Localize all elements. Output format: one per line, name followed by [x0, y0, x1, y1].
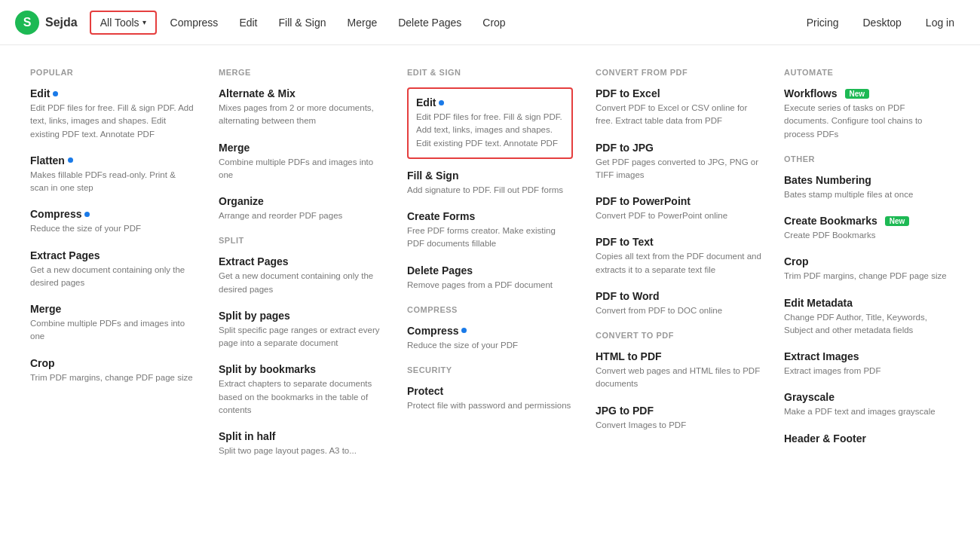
main-content: POPULAREditEdit PDF files for free. Fill…	[0, 45, 980, 493]
tool-name: PDF to Word	[596, 290, 761, 302]
tool-desc: Convert from PDF to DOC online	[596, 304, 761, 317]
tool-name: Crop	[30, 357, 196, 369]
tool-item[interactable]: Alternate & MixMixes pages from 2 or mor…	[219, 87, 384, 128]
tool-item[interactable]: PDF to WordConvert from PDF to DOC onlin…	[596, 290, 761, 317]
tool-item[interactable]: PDF to ExcelConvert PDF to Excel or CSV …	[596, 87, 761, 128]
section-header-sub: SPLIT	[219, 236, 384, 245]
tool-name: Bates Numbering	[784, 174, 950, 186]
tool-name: Protect	[407, 385, 573, 397]
tool-item[interactable]: CompressReduce the size of your PDF	[407, 325, 573, 352]
tool-item[interactable]: CropTrim PDF margins, change PDF page si…	[30, 357, 196, 384]
logo-link[interactable]: S Sejda	[15, 11, 78, 35]
tool-item[interactable]: ProtectProtect file with password and pe…	[407, 385, 573, 412]
tool-name: PDF to Excel	[596, 87, 761, 99]
column-merge: MERGEAlternate & MixMixes pages from 2 o…	[219, 68, 407, 471]
tool-desc: Get PDF pages converted to JPG, PNG or T…	[596, 156, 761, 182]
tool-item[interactable]: CropTrim PDF margins, change PDF page si…	[784, 255, 950, 283]
tool-desc: Change PDF Author, Title, Keywords, Subj…	[784, 311, 950, 338]
tool-item[interactable]: Header & Footer	[784, 432, 950, 445]
tool-item[interactable]: Split by bookmarksExtract chapters to se…	[219, 363, 384, 417]
tool-item[interactable]: PDF to PowerPointConvert PDF to PowerPoi…	[596, 195, 761, 222]
tool-item[interactable]: MergeCombine multiple PDFs and images in…	[219, 142, 384, 182]
tool-item[interactable]: Extract PagesGet a new document containi…	[219, 255, 384, 296]
nav-crop[interactable]: Crop	[472, 12, 516, 33]
tool-item[interactable]: PDF to TextCopies all text from the PDF …	[596, 236, 761, 277]
all-tools-dropdown[interactable]: All Tools ▾	[90, 11, 157, 35]
tool-desc: Convert PDF to Excel or CSV online for f…	[596, 102, 761, 128]
tool-name: Grayscale	[784, 391, 950, 403]
tool-item[interactable]: MergeCombine multiple PDFs and images in…	[30, 303, 196, 344]
tool-name: Header & Footer	[784, 432, 950, 445]
nav-login[interactable]: Log in	[915, 12, 965, 33]
nav-pricing[interactable]: Pricing	[796, 12, 850, 33]
tool-item[interactable]: Create BookmarksNewCreate PDF Bookmarks	[784, 215, 950, 242]
navbar: S Sejda All Tools ▾ Compress Edit Fill &…	[0, 0, 980, 45]
tool-name: Crop	[784, 255, 950, 267]
tool-item[interactable]: Fill & SignAdd signature to PDF. Fill ou…	[407, 170, 573, 197]
tool-item[interactable]: WorkflowsNewExecute series of tasks on P…	[784, 87, 950, 141]
tool-desc: Protect file with password and permissio…	[407, 399, 573, 412]
tool-item[interactable]: CompressReduce the size of your PDF	[30, 208, 196, 235]
tool-item[interactable]: EditEdit PDF files for free. Fill & sign…	[30, 87, 196, 141]
column-edit-sign: EDIT & SIGNEditEdit PDF files for free. …	[407, 68, 596, 471]
nav-delete-pages[interactable]: Delete Pages	[387, 12, 472, 33]
tool-name: JPG to PDF	[596, 405, 761, 417]
tool-name: Split by bookmarks	[219, 363, 384, 375]
tool-desc: Split two page layout pages. A3 to...	[219, 445, 384, 457]
tool-name: Delete Pages	[407, 264, 573, 277]
nav-right: Pricing Desktop Log in	[796, 12, 965, 33]
badge-new: New	[885, 216, 910, 226]
column-popular: POPULAREditEdit PDF files for free. Fill…	[30, 68, 219, 471]
tool-item[interactable]: Edit MetadataChange PDF Author, Title, K…	[784, 297, 950, 338]
tool-dot-icon	[439, 100, 444, 105]
tool-item[interactable]: GrayscaleMake a PDF text and images gray…	[784, 391, 950, 418]
tool-item[interactable]: FlattenMakes fillable PDFs read-only. Pr…	[30, 154, 196, 195]
tool-item[interactable]: PDF to JPGGet PDF pages converted to JPG…	[596, 142, 761, 182]
nav-edit[interactable]: Edit	[228, 12, 268, 33]
nav-compress[interactable]: Compress	[160, 12, 229, 33]
column-automate: AUTOMATEWorkflowsNewExecute series of ta…	[784, 68, 950, 471]
tool-desc: Edit PDF files for free. Fill & sign PDF…	[30, 102, 196, 141]
tool-desc: Split specific page ranges or extract ev…	[219, 324, 384, 350]
section-header-popular: POPULAR	[30, 68, 196, 77]
tool-item[interactable]: Extract ImagesExtract images from PDF	[784, 350, 950, 377]
tool-name: Edit Metadata	[784, 297, 950, 309]
section-header-edit-sign: EDIT & SIGN	[407, 68, 573, 77]
tool-item[interactable]: Split in halfSplit two page layout pages…	[219, 430, 384, 457]
section-header-sub: SECURITY	[407, 365, 573, 374]
tool-item[interactable]: Create FormsFree PDF forms creator. Make…	[407, 210, 573, 251]
tool-desc: Trim PDF margins, change PDF page size	[30, 371, 196, 384]
tool-desc: Arrange and reorder PDF pages	[219, 209, 384, 222]
nav-fill-sign[interactable]: Fill & Sign	[268, 12, 337, 33]
tool-item[interactable]: Delete PagesRemove pages from a PDF docu…	[407, 264, 573, 292]
tool-desc: Remove pages from a PDF document	[407, 279, 573, 292]
tool-dot-icon	[53, 91, 58, 96]
tool-name: Flatten	[30, 154, 196, 167]
tool-item[interactable]: HTML to PDFConvert web pages and HTML fi…	[596, 350, 761, 391]
tool-name: Extract Images	[784, 350, 950, 362]
logo-text: Sejda	[45, 16, 78, 29]
tool-item[interactable]: Split by pagesSplit specific page ranges…	[219, 310, 384, 350]
nav-merge[interactable]: Merge	[337, 12, 388, 33]
tool-name: Fill & Sign	[407, 170, 573, 182]
tool-item[interactable]: EditEdit PDF files for free. Fill & sign…	[407, 87, 573, 159]
tool-desc: Copies all text from the PDF document an…	[596, 250, 761, 277]
section-header-merge: MERGE	[219, 68, 384, 77]
tool-desc: Bates stamp multiple files at once	[784, 188, 950, 201]
tool-name: PDF to JPG	[596, 142, 761, 154]
tool-name: Compress	[30, 208, 196, 220]
tool-item[interactable]: OrganizeArrange and reorder PDF pages	[219, 195, 384, 222]
tool-name: Compress	[407, 325, 573, 337]
tool-desc: Mixes pages from 2 or more documents, al…	[219, 102, 384, 128]
tool-item[interactable]: Bates NumberingBates stamp multiple file…	[784, 174, 950, 201]
tool-name: Edit	[416, 96, 564, 108]
logo-icon: S	[15, 11, 39, 35]
tool-desc: Extract images from PDF	[784, 365, 950, 377]
tool-desc: Combine multiple PDFs and images into on…	[30, 317, 196, 344]
tool-desc: Convert PDF to PowerPoint online	[596, 209, 761, 222]
tool-item[interactable]: Extract PagesGet a new document containi…	[30, 249, 196, 290]
nav-desktop[interactable]: Desktop	[852, 12, 911, 33]
tool-dot-icon	[68, 157, 73, 163]
tool-desc: Get a new document containing only the d…	[30, 264, 196, 290]
tool-item[interactable]: JPG to PDFConvert Images to PDF	[596, 405, 761, 432]
